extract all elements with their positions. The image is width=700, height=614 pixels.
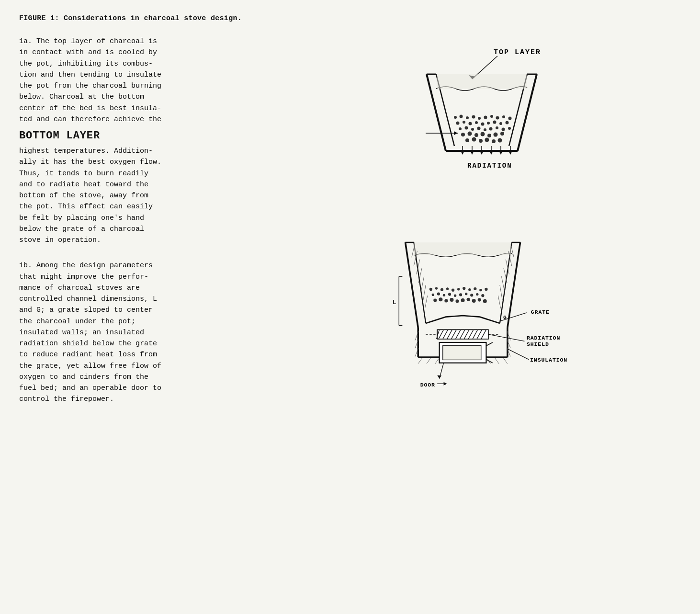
text-1a-part2: highest temperatures. Addition- ally it … (19, 146, 268, 246)
svg-line-124 (500, 285, 502, 300)
svg-line-169 (503, 358, 508, 364)
svg-rect-150 (443, 345, 481, 360)
svg-point-24 (475, 121, 478, 124)
svg-point-96 (439, 297, 442, 301)
svg-point-13 (466, 116, 469, 119)
svg-point-15 (478, 117, 481, 120)
svg-point-101 (467, 298, 470, 301)
svg-text:G: G (503, 314, 507, 320)
svg-point-32 (471, 128, 474, 131)
svg-point-44 (494, 133, 498, 137)
svg-line-164 (418, 358, 422, 364)
svg-point-104 (483, 299, 487, 303)
svg-point-51 (498, 138, 502, 143)
svg-point-80 (463, 287, 465, 290)
svg-line-112 (412, 245, 415, 258)
figure-title: FIGURE 1: Considerations in charcoal sto… (19, 14, 681, 23)
svg-point-48 (479, 139, 483, 143)
svg-marker-53 (454, 131, 458, 135)
svg-point-33 (477, 127, 481, 130)
svg-point-28 (499, 122, 502, 125)
svg-point-77 (446, 287, 449, 290)
svg-rect-73 (414, 242, 511, 255)
svg-text:L: L (393, 299, 396, 306)
svg-point-85 (432, 294, 434, 296)
svg-point-76 (440, 288, 443, 291)
svg-text:DOOR: DOOR (420, 382, 435, 388)
svg-point-97 (444, 299, 448, 302)
svg-point-16 (484, 116, 487, 119)
svg-point-25 (481, 123, 485, 126)
svg-line-123 (501, 276, 504, 291)
svg-line-167 (486, 358, 490, 364)
diagram-1: TOP LAYER (384, 41, 585, 199)
svg-text:RADIATION: RADIATION (527, 335, 560, 341)
svg-rect-129 (437, 330, 488, 339)
svg-marker-57 (470, 151, 474, 155)
svg-text:RADIATION: RADIATION (467, 162, 512, 170)
svg-point-103 (478, 298, 481, 302)
text-1a-part1: 1a. The top layer of charcoal is in cont… (19, 36, 268, 125)
svg-point-93 (476, 293, 478, 296)
svg-line-165 (427, 358, 431, 364)
svg-line-166 (435, 358, 440, 364)
svg-point-40 (468, 132, 472, 136)
svg-point-41 (474, 133, 478, 137)
svg-point-50 (492, 139, 496, 143)
svg-point-43 (487, 134, 491, 137)
svg-point-47 (472, 137, 476, 142)
svg-marker-152 (437, 375, 441, 378)
svg-point-21 (456, 122, 460, 125)
svg-line-125 (498, 296, 500, 308)
svg-point-81 (468, 288, 471, 291)
svg-line-116 (421, 276, 424, 291)
svg-text:SHIELD: SHIELD (527, 341, 549, 347)
svg-point-98 (450, 298, 453, 302)
svg-rect-10 (437, 74, 527, 89)
svg-point-22 (463, 121, 465, 124)
svg-point-34 (484, 128, 486, 131)
svg-point-18 (496, 116, 499, 120)
svg-point-11 (454, 116, 457, 119)
svg-line-118 (425, 296, 427, 308)
svg-marker-59 (480, 151, 484, 155)
svg-point-23 (469, 122, 472, 125)
svg-point-19 (502, 115, 505, 118)
svg-line-168 (495, 358, 499, 364)
svg-line-148 (486, 342, 492, 346)
svg-line-117 (423, 285, 426, 300)
bottom-layer-label: BOTTOM LAYER (19, 130, 268, 142)
svg-point-37 (502, 128, 505, 131)
svg-point-29 (506, 121, 509, 125)
svg-point-30 (459, 127, 462, 130)
svg-point-102 (472, 299, 476, 303)
svg-text:INSULATION: INSULATION (530, 357, 567, 363)
svg-point-84 (485, 288, 487, 291)
svg-point-74 (429, 288, 432, 291)
svg-point-75 (435, 287, 438, 289)
svg-point-95 (433, 298, 437, 302)
svg-point-86 (437, 293, 440, 296)
svg-marker-63 (499, 151, 503, 155)
svg-point-49 (485, 138, 489, 142)
svg-point-89 (454, 295, 456, 297)
svg-marker-155 (444, 382, 447, 386)
svg-point-39 (461, 133, 465, 136)
svg-point-42 (481, 132, 485, 136)
svg-marker-65 (508, 151, 512, 155)
svg-point-99 (455, 299, 459, 303)
diagram-2: G GRATE L (369, 223, 599, 424)
svg-point-45 (500, 132, 504, 136)
svg-point-94 (481, 294, 484, 297)
svg-text:TOP LAYER: TOP LAYER (494, 48, 541, 57)
svg-point-31 (465, 126, 468, 130)
svg-point-91 (465, 293, 467, 295)
svg-point-78 (452, 289, 454, 292)
svg-point-90 (459, 293, 462, 296)
svg-point-79 (457, 288, 460, 290)
svg-point-88 (448, 293, 451, 296)
text-1b: 1b. Among the design parameters that mig… (19, 260, 268, 405)
svg-point-46 (465, 138, 469, 142)
svg-point-26 (487, 122, 490, 125)
svg-line-144 (488, 334, 525, 341)
